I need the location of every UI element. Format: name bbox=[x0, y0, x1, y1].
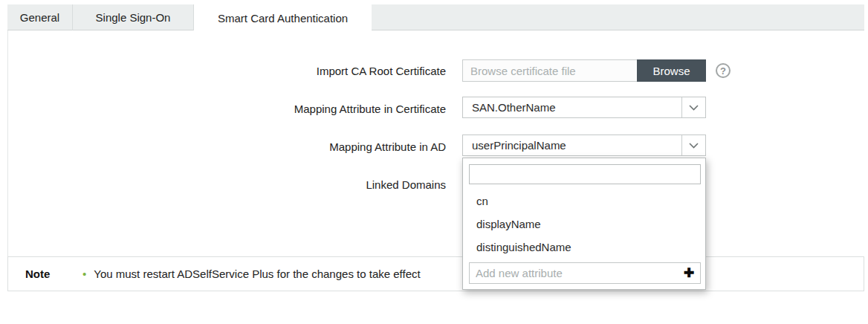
attribute-option-displayname[interactable]: displayName bbox=[463, 213, 705, 236]
add-attribute-group: ✚ bbox=[469, 262, 701, 284]
linked-domains-label: Linked Domains bbox=[366, 178, 446, 191]
certificate-file-group: Browse bbox=[462, 59, 706, 82]
plus-icon[interactable]: ✚ bbox=[678, 267, 700, 279]
mapping-certificate-select[interactable]: SAN.OtherName bbox=[462, 97, 706, 118]
add-attribute-input[interactable] bbox=[470, 267, 678, 279]
content-panel-border bbox=[7, 30, 8, 291]
tab-single-sign-on[interactable]: Single Sign-On bbox=[73, 4, 194, 30]
note-text: You must restart ADSelfService Plus for … bbox=[94, 268, 420, 280]
tab-smartcard-label: Smart Card Authentication bbox=[218, 12, 348, 25]
mapping-certificate-value: SAN.OtherName bbox=[463, 101, 681, 114]
bullet-icon: • bbox=[82, 268, 86, 280]
certificate-file-input[interactable] bbox=[462, 59, 637, 82]
attribute-option-list: cn displayName distinguishedName bbox=[463, 189, 705, 259]
tab-bar: General Single Sign-On Smart Card Authen… bbox=[7, 4, 864, 30]
tab-smart-card-authentication[interactable]: Smart Card Authentication bbox=[194, 4, 372, 31]
mapping-certificate-label: Mapping Attribute in Certificate bbox=[294, 103, 446, 115]
attribute-option-distinguishedname[interactable]: distinguishedName bbox=[463, 236, 705, 259]
attribute-search-input[interactable] bbox=[469, 164, 701, 184]
attribute-option-cn[interactable]: cn bbox=[463, 189, 705, 213]
chevron-down-icon[interactable] bbox=[681, 97, 705, 117]
mapping-ad-select[interactable]: userPrincipalName bbox=[462, 135, 706, 156]
tab-general-label: General bbox=[20, 11, 59, 24]
note-title: Note bbox=[8, 268, 82, 280]
mapping-ad-dropdown-panel: cn displayName distinguishedName ✚ bbox=[462, 158, 706, 290]
mapping-ad-value: userPrincipalName bbox=[463, 139, 681, 152]
question-mark-glyph: ? bbox=[720, 66, 726, 76]
smart-card-settings-page: General Single Sign-On Smart Card Authen… bbox=[0, 0, 868, 324]
note-banner: Note • You must restart ADSelfService Pl… bbox=[7, 256, 864, 291]
help-icon[interactable]: ? bbox=[716, 63, 731, 78]
tab-general[interactable]: General bbox=[7, 4, 73, 30]
import-ca-label: Import CA Root Certificate bbox=[317, 65, 446, 77]
tab-sso-label: Single Sign-On bbox=[96, 11, 171, 24]
mapping-ad-label: Mapping Attribute in AD bbox=[329, 140, 446, 153]
browse-button[interactable]: Browse bbox=[637, 59, 706, 82]
chevron-down-icon[interactable] bbox=[681, 135, 705, 155]
